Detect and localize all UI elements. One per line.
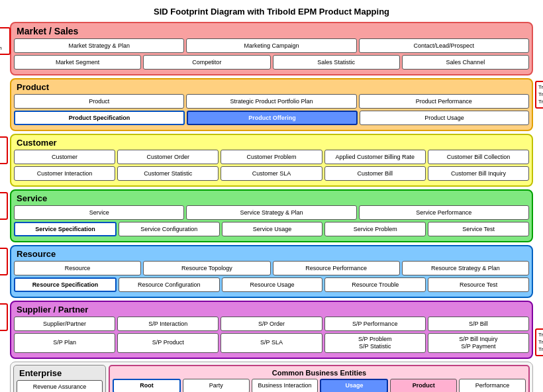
box-customer-problem: Customer Problem [221, 150, 322, 164]
box-product: Product [14, 94, 184, 109]
common-business-entities: Common Business Entities Root Party Busi… [109, 365, 530, 392]
layer-enterprise: Enterprise Revenue Assurance Enterprise … [10, 362, 533, 392]
box-resource-strategy: Resource Strategy & Plan [402, 261, 529, 275]
box-product-cbe: Product [390, 379, 457, 392]
box-service-usage: Service Usage [222, 222, 323, 236]
box-sp-order: S/P Order [221, 317, 322, 331]
box-usage: Usage [320, 379, 388, 392]
layer-customer: Tribold PPM*Tribold CPSC**Tribold Workbe… [10, 134, 533, 187]
box-resource-test: Resource Test [428, 277, 529, 292]
layer-service: Tribold PPM*Tribold CPSC**Tribold Workbe… [10, 189, 533, 242]
box-product-performance: Product Performance [359, 94, 529, 109]
box-contact-lead: Contact/Lead/Prospect [359, 38, 529, 53]
note-customer: Tribold PPM*Tribold CPSC**Tribold Workbe… [0, 136, 8, 164]
layer-service-title: Service [14, 193, 529, 203]
note-supplier-right: Tribold PPM*Tribold CPSC**Tribold Workbe… [535, 328, 543, 356]
layer-customer-title: Customer [14, 138, 529, 148]
box-party: Party [183, 379, 250, 392]
box-sp-product: S/P Product [117, 333, 219, 353]
note-product-right: Tribold PPM*Tribold CPSC**Tribold Workbe… [535, 81, 543, 109]
box-resource-trouble: Resource Trouble [324, 277, 426, 292]
box-customer-bill: Customer Bill [324, 166, 426, 181]
customer-row-1: Customer Customer Order Customer Problem… [14, 150, 529, 164]
resource-row-2: Resource Specification Resource Configur… [14, 277, 529, 292]
box-customer-order: Customer Order [117, 150, 219, 164]
box-sp-bill: S/P Bill [428, 317, 529, 331]
box-product-usage: Product Usage [360, 111, 529, 125]
product-row-1: Product Strategic Product Portfolio Plan… [14, 94, 529, 109]
page-title: SID Footprint Diagram with Tribold EPM P… [7, 7, 536, 17]
note-resource: Tribold PPM*Tribold CPSC**Tribold Workbe… [0, 248, 8, 275]
layer-resource-title: Resource [14, 249, 529, 259]
box-sp-sla: S/P SLA [221, 333, 322, 353]
box-resource-performance: Resource Performance [273, 261, 400, 275]
service-row-1: Service Service Strategy & Plan Service … [14, 205, 529, 220]
box-sp-plan: S/P Plan [14, 333, 115, 353]
resource-row-1: Resource Resource Topology Resource Perf… [14, 261, 529, 275]
box-resource: Resource [14, 261, 141, 275]
box-revenue-assurance: Revenue Assurance [17, 380, 103, 392]
box-resource-usage: Resource Usage [222, 277, 323, 292]
box-sp-performance: S/P Performance [324, 317, 426, 331]
layer-supplier: Tribold PPM*Tribold CPSC**Tribold Workbe… [10, 301, 533, 359]
box-strategic-product: Strategic Product Portfolio Plan [186, 94, 356, 109]
box-market-segment: Market Segment [14, 55, 141, 70]
box-service-problem: Service Problem [324, 222, 426, 236]
layer-market-title: Market / Sales [14, 26, 529, 36]
market-row-2: Market Segment Competitor Sales Statisti… [14, 55, 529, 70]
note-service: Tribold PPM*Tribold CPSC**Tribold Workbe… [0, 192, 8, 220]
box-business-interaction: Business Interaction [252, 379, 319, 392]
box-customer-statistic: Customer Statistic [117, 166, 219, 181]
box-service-configuration: Service Configuration [119, 222, 220, 236]
cbe-title: Common Business Entities [113, 369, 526, 377]
layer-product-title: Product [14, 82, 529, 92]
diagram-container: Tribold PPM*Tribold CPSC**Tribold Workbe… [10, 22, 533, 392]
box-customer-bill-inquiry: Customer Bill Inquiry [428, 166, 529, 181]
box-supplier-partner: Supplier/Partner [14, 317, 115, 331]
box-sales-statistic: Sales Statistic [273, 55, 400, 70]
box-sales-channel: Sales Channel [402, 55, 529, 70]
product-row-2: Product Specification Product Offering P… [14, 111, 529, 125]
box-customer-interaction: Customer Interaction [14, 166, 115, 181]
box-customer: Customer [14, 150, 115, 164]
box-market-strategy: Market Strategy & Plan [14, 38, 184, 53]
supplier-row-2: S/P Plan S/P Product S/P SLA S/P Problem… [14, 333, 529, 353]
box-customer-bill-collection: Customer Bill Collection [428, 150, 529, 164]
box-competitor: Competitor [143, 55, 270, 70]
note-supplier: Tribold PPM*Tribold CPSC**Tribold Workbe… [0, 303, 8, 331]
box-performance: Performance [459, 379, 526, 392]
box-sp-problem-statistic: S/P ProblemS/P Statistic [324, 333, 426, 353]
box-service-test: Service Test [428, 222, 529, 236]
layer-product: Tribold PPM*Tribold CPSC**Tribold Workbe… [10, 78, 533, 131]
box-marketing-campaign: Marketing Campaign [186, 38, 356, 53]
cbe-row-1: Root Party Business Interaction Usage Pr… [113, 379, 526, 392]
box-applied-billing: Applied Customer Billing Rate [324, 150, 426, 164]
box-root: Root [113, 379, 181, 392]
layer-supplier-title: Supplier / Partner [14, 305, 529, 315]
market-row-1: Market Strategy & Plan Marketing Campaig… [14, 38, 529, 53]
box-sp-bill-inquiry-payment: S/P Bill InquiryS/P Payment [428, 333, 529, 353]
box-resource-configuration: Resource Configuration [119, 277, 220, 292]
box-service-strategy: Service Strategy & Plan [186, 205, 356, 220]
enterprise-left-panel: Enterprise Revenue Assurance Enterprise … [13, 365, 106, 392]
supplier-row-1: Supplier/Partner S/P Interaction S/P Ord… [14, 317, 529, 331]
box-resource-topology: Resource Topology [143, 261, 270, 275]
enterprise-title: Enterprise [17, 368, 103, 378]
note-market: Tribold PPM*Tribold CPSC**Tribold Workbe… [0, 27, 11, 55]
box-service-performance: Service Performance [359, 205, 529, 220]
box-product-offering: Product Offering [187, 111, 358, 125]
box-service-specification: Service Specification [14, 222, 117, 236]
layer-resource: Tribold PPM*Tribold CPSC**Tribold Workbe… [10, 245, 533, 298]
enterprise-row: Enterprise Revenue Assurance Enterprise … [13, 365, 530, 392]
layer-market: Tribold PPM*Tribold CPSC**Tribold Workbe… [10, 22, 533, 75]
service-row-2: Service Specification Service Configurat… [14, 222, 529, 236]
box-sp-interaction: S/P Interaction [117, 317, 219, 331]
box-customer-sla: Customer SLA [221, 166, 322, 181]
box-resource-specification: Resource Specification [14, 277, 117, 292]
box-product-specification: Product Specification [14, 111, 185, 125]
box-service: Service [14, 205, 184, 220]
customer-row-2: Customer Interaction Customer Statistic … [14, 166, 529, 181]
